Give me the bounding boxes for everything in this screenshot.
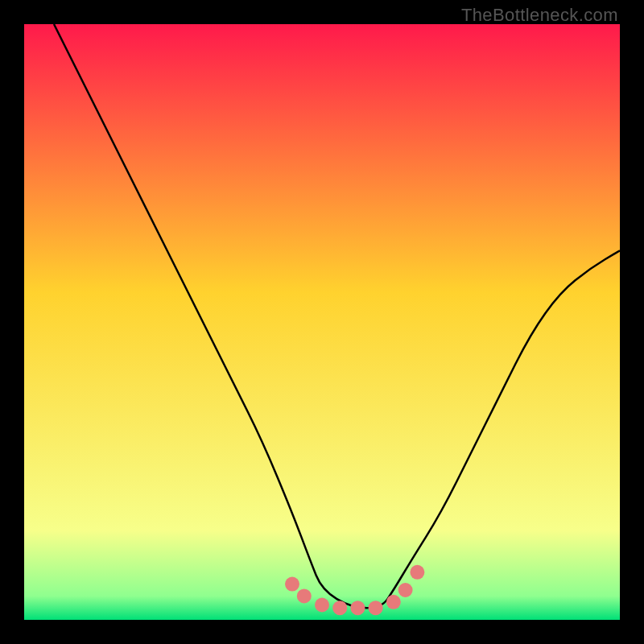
highlight-dot (386, 595, 401, 609)
plot-area (24, 24, 620, 620)
highlight-dot (285, 577, 299, 592)
highlight-dot (332, 601, 347, 615)
bottleneck-chart (24, 24, 620, 620)
highlight-dot (369, 601, 383, 615)
highlight-dot (297, 588, 312, 603)
watermark-text: TheBottleneck.com (461, 5, 618, 26)
highlight-dot (315, 598, 329, 613)
chart-background (24, 24, 620, 620)
highlight-dot (410, 565, 424, 580)
highlight-dot (350, 601, 365, 615)
chart-frame: TheBottleneck.com (0, 0, 644, 644)
highlight-dot (398, 583, 413, 597)
